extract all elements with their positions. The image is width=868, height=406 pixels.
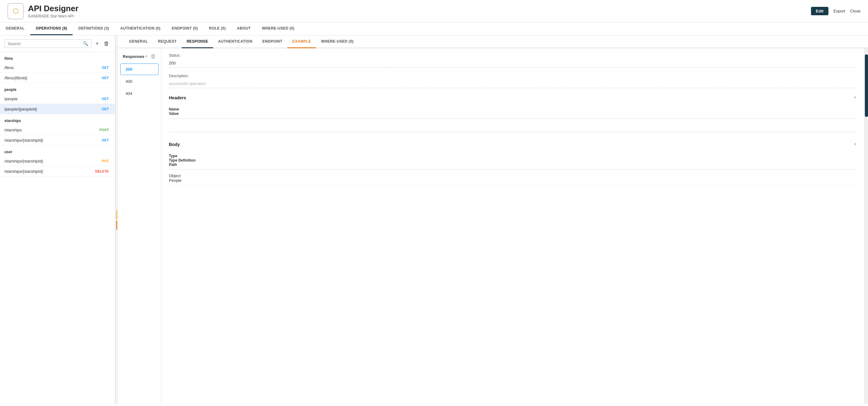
responses-header: Responses + 🗑: [118, 52, 161, 63]
right-scrollbar[interactable]: [864, 48, 868, 404]
resize-indicator-yellow: [116, 210, 117, 219]
endpoint-starships-put[interactable]: /starships/{starshipId} PUT: [0, 156, 115, 166]
method-badge-get: GET: [100, 75, 111, 80]
close-button[interactable]: Close: [850, 9, 861, 13]
endpoint-people[interactable]: /people GET: [0, 94, 115, 104]
subnav-request[interactable]: REQUEST: [153, 35, 182, 48]
top-nav: GENERAL OPERATIONS (8) DEFINITIONS (3) A…: [0, 23, 868, 35]
resize-handle[interactable]: [115, 35, 118, 404]
response-404[interactable]: 404: [120, 88, 159, 99]
method-badge-get: GET: [100, 106, 111, 111]
headers-empty-area: [169, 120, 857, 132]
header-left: ⬡ API Designer GANDRADE Star Wars API: [7, 3, 79, 19]
add-body-button[interactable]: +: [854, 141, 857, 147]
delete-endpoint-button[interactable]: 🗑: [102, 40, 111, 48]
method-badge-get: GET: [100, 138, 111, 143]
delete-response-button[interactable]: 🗑: [151, 53, 156, 60]
responses-list: Responses + 🗑 200 400 404: [118, 48, 161, 404]
body-section-header: Body +: [169, 141, 857, 147]
subnav-endpoint[interactable]: ENDPOINT: [257, 35, 287, 48]
sidebar: 🔍 + 🗑 films /films GET /films/{filmId} G…: [0, 35, 115, 404]
headers-table-header: Name Value: [169, 105, 857, 119]
body-col-path: Path: [169, 163, 857, 167]
add-header-button[interactable]: +: [854, 94, 857, 101]
app-logo: ⬡: [7, 3, 24, 19]
tab-definitions[interactable]: DEFINITIONS (3): [72, 23, 115, 35]
sub-nav: GENERAL REQUEST RESPONSE AUTHENTICATION …: [118, 35, 868, 48]
header-col-value: Value: [169, 111, 857, 116]
endpoint-path: /starships: [4, 128, 22, 132]
search-input-wrap[interactable]: 🔍: [4, 39, 92, 48]
scrollbar-spacer: [865, 48, 868, 55]
tab-general[interactable]: GENERAL: [0, 23, 30, 35]
endpoint-path: /starships/{starshipId}: [4, 138, 43, 143]
right-panel: GENERAL REQUEST RESPONSE AUTHENTICATION …: [118, 35, 868, 404]
header-right: Edit Export Close: [811, 7, 861, 15]
response-400[interactable]: 400: [120, 76, 159, 87]
section-label-starships: starships: [0, 114, 115, 125]
sidebar-toolbar: 🔍 + 🗑: [0, 35, 115, 52]
header-col-name: Name: [169, 107, 857, 111]
method-badge-post: POST: [97, 127, 111, 132]
subnav-authentication[interactable]: AUTHENTICATION: [213, 35, 257, 48]
method-badge-get: GET: [100, 96, 111, 101]
main-layout: 🔍 + 🗑 films /films GET /films/{filmId} G…: [0, 35, 868, 404]
logo-icon: ⬡: [13, 7, 19, 15]
headers-section-header: Headers +: [169, 94, 857, 101]
body-row-0[interactable]: Object People: [169, 171, 857, 185]
method-badge-delete: DELETE: [93, 169, 111, 174]
section-label-user: user: [0, 145, 115, 156]
endpoint-path: /films: [4, 65, 14, 70]
endpoint-starships[interactable]: /starships POST: [0, 125, 115, 135]
body-cell-type: Object: [169, 173, 857, 178]
endpoint-people-peopleid[interactable]: /people/{peopleId} GET: [0, 104, 115, 114]
tab-endpoint[interactable]: ENDPOINT (0): [166, 23, 204, 35]
spacer: [169, 132, 857, 139]
endpoint-films-filmid[interactable]: /films/{filmId} GET: [0, 73, 115, 83]
body-table-header: Type Type Definition Path: [169, 151, 857, 170]
app-header: ⬡ API Designer GANDRADE Star Wars API Ed…: [0, 0, 868, 23]
status-value[interactable]: 200: [169, 59, 857, 68]
endpoint-path: /people: [4, 97, 18, 101]
body-cell-type-def: People: [169, 178, 857, 183]
tab-operations[interactable]: OPERATIONS (8): [30, 23, 73, 35]
search-input[interactable]: [8, 41, 83, 46]
detail-area: Status: 200 Description: successful oper…: [161, 48, 864, 404]
description-group: Description: successful operation: [169, 74, 857, 88]
resize-indicator-orange: [116, 221, 117, 230]
endpoint-starships-delete[interactable]: /starships/{starshipId} DELETE: [0, 166, 115, 176]
add-response-button[interactable]: +: [145, 53, 148, 60]
edit-button[interactable]: Edit: [811, 7, 829, 15]
search-icon: 🔍: [83, 41, 88, 46]
endpoint-starships-id[interactable]: /starships/{starshipId} GET: [0, 135, 115, 145]
app-title: API Designer: [28, 4, 79, 13]
tab-where-used[interactable]: WHERE-USED (0): [256, 23, 300, 35]
section-label-people: people: [0, 83, 115, 94]
responses-title: Responses: [123, 54, 144, 59]
description-input[interactable]: successful operation: [169, 79, 857, 88]
scrollbar-thumb[interactable]: [865, 55, 868, 117]
endpoint-path: /starships/{starshipId}: [4, 169, 43, 174]
subnav-where-used[interactable]: WHERE-USED (0): [316, 35, 358, 48]
subnav-example[interactable]: EXAMPLE: [287, 35, 316, 48]
status-label: Status:: [169, 53, 857, 58]
method-badge-get: GET: [100, 65, 111, 70]
tab-authentication[interactable]: AUTHENTICATION (0): [115, 23, 166, 35]
body-title: Body: [169, 142, 180, 147]
body-col-type-def: Type Definition: [169, 158, 857, 163]
subnav-response[interactable]: RESPONSE: [182, 35, 213, 48]
add-endpoint-button[interactable]: +: [94, 40, 100, 48]
status-group: Status: 200: [169, 53, 857, 68]
endpoint-films[interactable]: /films GET: [0, 63, 115, 73]
tab-about[interactable]: ABOUT: [231, 23, 256, 35]
panel-content: Responses + 🗑 200 400 404 Status: 200: [118, 48, 868, 404]
description-label: Description:: [169, 74, 857, 78]
export-button[interactable]: Export: [833, 9, 845, 13]
section-label-films: films: [0, 52, 115, 63]
responses-header-actions: + 🗑: [145, 53, 156, 60]
endpoint-path: /starships/{starshipId}: [4, 159, 43, 164]
endpoint-path: /people/{peopleId}: [4, 107, 37, 111]
tab-role[interactable]: ROLE (0): [204, 23, 231, 35]
subnav-general[interactable]: GENERAL: [124, 35, 153, 48]
response-200[interactable]: 200: [120, 64, 159, 75]
